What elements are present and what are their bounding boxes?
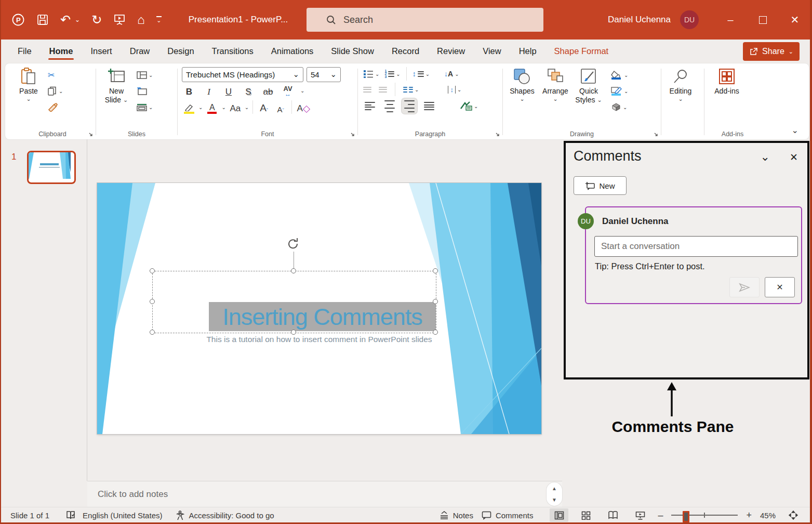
numbering-button[interactable]: 123 ⌄ <box>383 68 401 80</box>
redo-icon[interactable]: ↻ <box>91 14 102 26</box>
strikethrough-button[interactable]: ab <box>261 84 275 97</box>
user-name[interactable]: Daniel Uchenna <box>608 15 671 25</box>
zoom-slider[interactable] <box>671 515 738 516</box>
slide-indicator[interactable]: Slide 1 of 1 <box>10 511 49 520</box>
undo-dropdown-icon[interactable]: ⌄ <box>75 17 80 23</box>
shape-outline-button[interactable]: ⌄ <box>610 85 629 97</box>
tab-design[interactable]: Design <box>166 40 195 62</box>
resize-handle-top-center[interactable] <box>291 268 296 273</box>
zoom-level[interactable]: 45% <box>760 511 776 520</box>
customize-toolbar-icon[interactable]: ⌄ <box>156 16 162 23</box>
editing-button[interactable]: Editing ⌄ <box>665 67 696 128</box>
tab-insert[interactable]: Insert <box>89 40 113 62</box>
slide-layout-button[interactable]: ⌄ <box>136 69 154 81</box>
bold-button[interactable]: B <box>182 84 196 97</box>
highlight-dropdown-icon[interactable]: ⌄ <box>198 104 203 110</box>
reading-view-button[interactable] <box>604 508 622 522</box>
resize-handle-bottom-right[interactable] <box>433 330 438 335</box>
shapes-button[interactable]: Shapes ⌄ <box>507 67 537 128</box>
slide-sorter-view-button[interactable] <box>577 508 595 522</box>
increase-indent-button[interactable] <box>378 83 388 96</box>
slide-thumbnail[interactable] <box>27 151 76 184</box>
notes-scrollbar[interactable]: ▲ ▼ <box>547 482 562 506</box>
text-shadow-button[interactable]: S <box>241 84 256 97</box>
shape-effects-button[interactable]: ⌄ <box>610 101 629 113</box>
text-direction-button[interactable]: ↓A ⌄ <box>443 68 460 80</box>
align-left-button[interactable] <box>362 98 378 114</box>
shape-fill-button[interactable]: ⌄ <box>610 69 629 81</box>
slide-canvas[interactable]: Inserting Comments This is a tutorial on… <box>97 183 541 434</box>
comment-input[interactable] <box>594 236 798 257</box>
tab-animations[interactable]: Animations <box>270 40 315 62</box>
maximize-button[interactable] <box>747 0 779 40</box>
change-case-button[interactable]: Aa <box>228 100 243 114</box>
clipboard-dialog-launcher-icon[interactable] <box>88 132 94 137</box>
copy-button[interactable]: ⌄ <box>47 85 64 97</box>
tab-shape-format[interactable]: Shape Format <box>553 40 610 62</box>
search-box[interactable]: Search <box>307 8 543 32</box>
tab-home[interactable]: Home <box>48 40 74 62</box>
scroll-up-icon[interactable]: ▲ <box>552 486 557 491</box>
slideshow-view-button[interactable] <box>631 508 649 522</box>
decrease-font-size-button[interactable]: Aˇ <box>273 100 288 114</box>
normal-view-button[interactable] <box>550 508 568 522</box>
font-size-combo[interactable]: 54⌄ <box>307 67 341 82</box>
start-presentation-icon[interactable] <box>113 14 126 26</box>
align-center-button[interactable] <box>382 98 397 114</box>
reset-slide-button[interactable] <box>136 85 154 97</box>
tab-file[interactable]: File <box>17 40 33 62</box>
close-button[interactable]: ✕ <box>779 0 811 40</box>
addins-button[interactable]: Add-ins <box>709 67 745 128</box>
columns-button[interactable]: ⌄ <box>402 83 420 96</box>
cancel-comment-button[interactable]: ✕ <box>765 277 795 297</box>
zoom-in-button[interactable]: + <box>746 510 752 521</box>
decrease-indent-button[interactable] <box>362 83 372 96</box>
resize-handle-middle-left[interactable] <box>150 299 155 304</box>
resize-handle-top-right[interactable] <box>433 268 438 273</box>
slide-subtitle-text[interactable]: This is a tutorial on how to insert comm… <box>97 335 541 344</box>
convert-to-smartart-button[interactable]: ⌄ <box>459 100 479 112</box>
increase-font-size-button[interactable]: Aˆ <box>257 100 271 114</box>
justify-button[interactable] <box>421 98 437 114</box>
resize-handle-top-left[interactable] <box>150 268 155 273</box>
user-avatar[interactable]: DU <box>680 10 699 29</box>
rotate-handle-icon[interactable] <box>286 237 301 251</box>
resize-handle-bottom-left[interactable] <box>150 330 155 335</box>
align-right-button[interactable] <box>402 98 417 114</box>
character-spacing-button[interactable]: AV↔ <box>281 84 295 97</box>
text-highlight-button[interactable] <box>182 100 196 114</box>
drawing-dialog-launcher-icon[interactable] <box>653 132 659 137</box>
tab-help[interactable]: Help <box>518 40 538 62</box>
paste-button[interactable]: Paste ⌄ <box>14 67 44 128</box>
language-indicator[interactable]: English (United States) <box>83 511 162 520</box>
post-comment-button[interactable] <box>729 277 760 297</box>
character-spacing-dropdown-icon[interactable]: ⌄ <box>300 88 304 94</box>
tab-record[interactable]: Record <box>391 40 420 62</box>
tab-view[interactable]: View <box>482 40 502 62</box>
accessibility-button[interactable]: Accessibility: Good to go <box>176 510 274 520</box>
comments-close-icon[interactable]: ✕ <box>790 151 798 163</box>
notes-toggle-button[interactable]: Notes <box>440 511 473 520</box>
align-text-button[interactable]: ↕ ⌄ <box>447 83 462 96</box>
arrange-button[interactable]: Arrange ⌄ <box>540 67 570 128</box>
share-button[interactable]: Share ⌄ <box>743 42 800 61</box>
line-spacing-button[interactable]: ↕ ⌄ <box>411 68 431 80</box>
spell-check-button[interactable] <box>66 510 75 520</box>
zoom-slider-thumb[interactable] <box>683 511 689 522</box>
font-name-combo[interactable]: Trebuchet MS (Headings)⌄ <box>182 67 303 82</box>
bullets-button[interactable]: ⌄ <box>362 68 380 80</box>
new-slide-button[interactable]: New Slide⌄ <box>100 67 132 128</box>
font-color-button[interactable]: A <box>205 100 219 114</box>
underline-button[interactable]: U <box>221 84 236 97</box>
comments-collapse-icon[interactable]: ⌄ <box>761 150 770 164</box>
tab-transitions[interactable]: Transitions <box>211 40 255 62</box>
comments-toggle-button[interactable]: Comments <box>482 511 534 520</box>
font-color-dropdown-icon[interactable]: ⌄ <box>221 104 225 110</box>
new-comment-button[interactable]: New <box>574 176 627 195</box>
notes-pane[interactable]: Click to add notes <box>87 481 562 507</box>
format-painter-button[interactable] <box>47 101 64 113</box>
italic-button[interactable]: I <box>202 84 216 97</box>
font-dialog-launcher-icon[interactable] <box>350 132 355 137</box>
tab-slide-show[interactable]: Slide Show <box>330 40 375 62</box>
change-case-dropdown-icon[interactable]: ⌄ <box>245 104 249 110</box>
